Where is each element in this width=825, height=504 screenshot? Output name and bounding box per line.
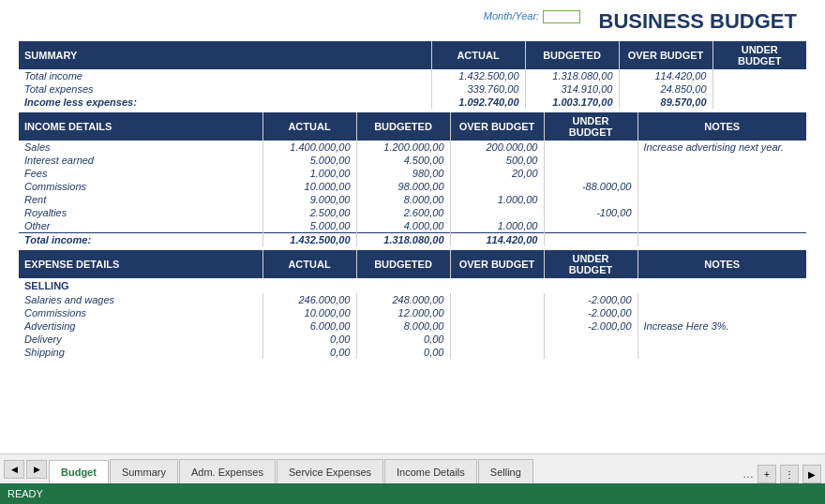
income-section-title: INCOME DETAILS (19, 112, 262, 141)
income-royalties-under: -100,00 (544, 206, 638, 219)
table-row: Sales 1.400.000,00 1.200.000,00 200.000,… (19, 141, 806, 154)
expense-header-row: EXPENSE DETAILS ACTUAL BUDGETED OVER BUD… (19, 250, 806, 278)
expense-shipping-label: Shipping (19, 346, 262, 359)
income-details-table: INCOME DETAILS ACTUAL BUDGETED OVER BUDG… (19, 112, 806, 246)
summary-total-expenses-label: Total expenses (19, 82, 431, 96)
expense-salaries-under: -2.000,00 (544, 293, 638, 306)
add-sheet-btn[interactable]: + (758, 465, 776, 483)
month-year-label: Month/Year: (484, 10, 539, 22)
income-rent-budgeted: 8.000,00 (356, 193, 450, 206)
summary-total-income-budgeted: 1.318.080,00 (525, 69, 619, 82)
tab-adm-expenses[interactable]: Adm. Expenses (179, 459, 276, 483)
scroll-right-btn[interactable]: ▶ (802, 465, 821, 483)
expense-commissions-notes (638, 306, 806, 319)
summary-total-income-over: 114.420,00 (619, 69, 712, 82)
income-interest-notes (638, 154, 806, 167)
tab-service-expenses[interactable]: Service Expenses (277, 459, 383, 483)
expense-delivery-over (450, 333, 544, 346)
table-row: Total expenses 339.760,00 314.910,00 24.… (19, 82, 806, 96)
tab-selling[interactable]: Selling (478, 459, 533, 483)
status-label: READY (8, 488, 43, 499)
expense-commissions-under: -2.000,00 (544, 306, 638, 319)
income-total-actual: 1.432.500,00 (262, 233, 356, 247)
expense-salaries-actual: 246.000,00 (262, 293, 356, 306)
expense-salaries-notes (638, 293, 806, 306)
table-row: Delivery 0,00 0,00 (19, 333, 806, 346)
month-year-box[interactable] (543, 10, 580, 23)
income-rent-over: 1.000,00 (450, 193, 544, 206)
income-commissions-notes (638, 180, 806, 193)
selling-subsection-row: SELLING (19, 278, 806, 293)
income-commissions-budgeted: 98.000,00 (356, 180, 450, 193)
sheet-nav-next-btn[interactable]: ▶ (26, 460, 47, 479)
summary-section-title: SUMMARY (19, 41, 431, 69)
income-fees-under (544, 167, 638, 180)
expense-section-title: EXPENSE DETAILS (19, 250, 262, 278)
summary-col-under: UNDER BUDGET (712, 41, 806, 69)
expense-advertising-over (450, 319, 544, 333)
income-interest-actual: 5.000,00 (262, 154, 356, 167)
business-budget-title: BUSINESS BUDGET (599, 9, 797, 34)
income-sales-over: 200.000,00 (450, 141, 544, 154)
income-interest-budgeted: 4.500,00 (356, 154, 450, 167)
income-royalties-actual: 2.500,00 (262, 206, 356, 219)
expense-commissions-budgeted: 12.000,00 (356, 306, 450, 319)
income-commissions-over (450, 180, 544, 193)
income-fees-over: 20,00 (450, 167, 544, 180)
expense-shipping-notes (638, 346, 806, 359)
tab-budget[interactable]: Budget (49, 460, 109, 484)
tab-income-details[interactable]: Income Details (384, 459, 477, 483)
expense-col-notes: NOTES (638, 250, 806, 278)
expense-commissions-label: Commissions (19, 306, 262, 319)
income-col-actual: ACTUAL (262, 112, 356, 141)
summary-income-less-label: Income less expenses: (19, 96, 431, 109)
income-rent-label: Rent (19, 193, 262, 206)
income-sales-actual: 1.400.000,00 (262, 141, 356, 154)
income-total-over: 114.420,00 (450, 233, 544, 247)
income-other-budgeted: 4.000,00 (356, 219, 450, 233)
income-other-notes (638, 219, 806, 233)
expense-salaries-budgeted: 248.000,00 (356, 293, 450, 306)
income-fees-actual: 1.000,00 (262, 167, 356, 180)
table-row: Total income 1.432.500,00 1.318.080,00 1… (19, 69, 806, 82)
table-row: Royalties 2.500,00 2.600,00 -100,00 (19, 206, 806, 219)
table-row: Other 5.000,00 4.000,00 1.000,00 (19, 219, 806, 233)
expense-salaries-over (450, 293, 544, 306)
expense-commissions-over (450, 306, 544, 319)
tab-summary[interactable]: Summary (110, 459, 178, 483)
title-area: Month/Year: BUSINESS BUDGET (19, 9, 806, 34)
income-royalties-notes (638, 206, 806, 219)
table-row: Commissions 10.000,00 12.000,00 -2.000,0… (19, 306, 806, 319)
income-commissions-label: Commissions (19, 180, 262, 193)
income-total-budgeted: 1.318.080,00 (356, 233, 450, 247)
sheet-options-btn[interactable]: ⋮ (780, 465, 799, 483)
income-commissions-under: -88.000,00 (544, 180, 638, 193)
table-row: Advertising 6.000,00 8.000,00 -2.000,00 … (19, 319, 806, 333)
income-other-under (544, 219, 638, 233)
summary-col-budgeted: BUDGETED (525, 41, 619, 69)
expense-shipping-budgeted: 0,00 (356, 346, 450, 359)
expense-advertising-budgeted: 8.000,00 (356, 319, 450, 333)
expense-salaries-label: Salaries and wages (19, 293, 262, 306)
spreadsheet-area: Month/Year: BUSINESS BUDGET SUMMARY ACTU… (0, 0, 825, 453)
income-rent-notes (638, 193, 806, 206)
income-fees-budgeted: 980,00 (356, 167, 450, 180)
expense-advertising-notes: Increase Here 3%. (638, 319, 806, 333)
income-col-under: UNDER BUDGET (544, 112, 638, 141)
income-sales-under (544, 141, 638, 154)
income-fees-notes (638, 167, 806, 180)
month-year-area: Month/Year: (484, 9, 580, 23)
expense-commissions-actual: 10.000,00 (262, 306, 356, 319)
table-row: Fees 1.000,00 980,00 20,00 (19, 167, 806, 180)
summary-income-less-budgeted: 1.003.170,00 (525, 96, 619, 109)
income-royalties-budgeted: 2.600,00 (356, 206, 450, 219)
income-total-under (544, 233, 638, 247)
summary-col-over: OVER BUDGET (619, 41, 712, 69)
sheet-nav-prev-btn[interactable]: ◀ (4, 460, 24, 479)
expense-col-over: OVER BUDGET (450, 250, 544, 278)
tabs-bar: ◀ ▶ Budget Summary Adm. Expenses Service… (0, 453, 825, 483)
summary-col-actual: ACTUAL (431, 41, 525, 69)
summary-table: SUMMARY ACTUAL BUDGETED OVER BUDGET UNDE… (19, 41, 806, 109)
income-other-over: 1.000,00 (450, 219, 544, 233)
income-sales-budgeted: 1.200.000,00 (356, 141, 450, 154)
